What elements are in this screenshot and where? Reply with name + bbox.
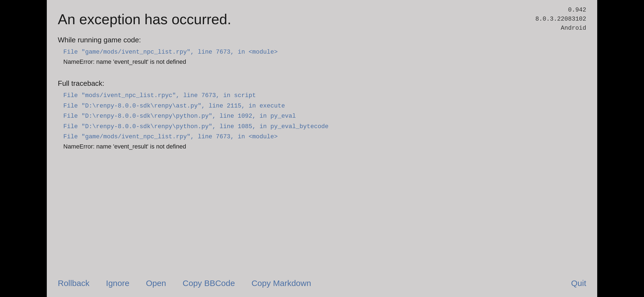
traceback-error: NameError: name 'event_result' is not de… <box>63 143 586 150</box>
open-button[interactable]: Open <box>146 279 166 288</box>
traceback-line-3[interactable]: File "D:\renpy-8.0.0-sdk\renpy\python.py… <box>63 122 586 132</box>
while-running-label: While running game code: <box>58 36 586 44</box>
version-line2: 8.0.3.22083102 <box>535 16 586 23</box>
main-content: 0.942 8.0.3.22083102 Android An exceptio… <box>47 0 597 297</box>
full-traceback-label: Full traceback: <box>58 79 586 88</box>
version-info: 0.942 8.0.3.22083102 Android <box>535 6 586 33</box>
version-line1: 0.942 <box>568 7 586 13</box>
copy-bbcode-button[interactable]: Copy BBCode <box>183 279 235 288</box>
rollback-button[interactable]: Rollback <box>58 279 89 288</box>
right-black-bar <box>597 0 644 297</box>
full-traceback-block: Full traceback: File "mods/ivent_npc_lis… <box>58 79 586 150</box>
ignore-button[interactable]: Ignore <box>106 279 129 288</box>
traceback-line-0[interactable]: File "mods/ivent_npc_list.rpyc", line 76… <box>63 90 586 101</box>
version-line3: Android <box>561 25 586 32</box>
left-black-bar <box>0 0 47 297</box>
traceback-line-4[interactable]: File "game/mods/ivent_npc_list.rpy", lin… <box>63 132 586 142</box>
while-running-block: While running game code: File "game/mods… <box>58 36 586 65</box>
traceback-line-2[interactable]: File "D:\renpy-8.0.0-sdk\renpy\python.py… <box>63 111 586 121</box>
while-running-error: NameError: name 'event_result' is not de… <box>63 58 586 65</box>
quit-button[interactable]: Quit <box>571 279 586 288</box>
exception-title: An exception has occurred. <box>58 11 586 28</box>
copy-markdown-button[interactable]: Copy Markdown <box>252 279 311 288</box>
while-running-file-link[interactable]: File "game/mods/ivent_npc_list.rpy", lin… <box>63 47 586 57</box>
bottom-bar: Rollback Ignore Open Copy BBCode Copy Ma… <box>47 270 597 297</box>
traceback-line-1[interactable]: File "D:\renpy-8.0.0-sdk\renpy\ast.py", … <box>63 101 586 111</box>
